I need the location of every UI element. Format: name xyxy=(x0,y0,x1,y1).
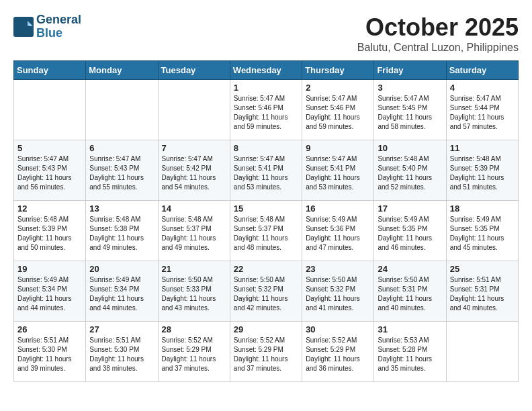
weekday-header-tuesday: Tuesday xyxy=(158,61,230,80)
calendar-cell: 16Sunrise: 5:49 AMSunset: 5:36 PMDayligh… xyxy=(302,201,374,261)
calendar-table: SundayMondayTuesdayWednesdayThursdayFrid… xyxy=(13,60,519,382)
day-info: Sunrise: 5:48 AMSunset: 5:37 PMDaylight:… xyxy=(162,215,226,253)
day-number: 13 xyxy=(89,203,154,214)
day-number: 27 xyxy=(89,324,154,334)
day-info: Sunrise: 5:49 AMSunset: 5:34 PMDaylight:… xyxy=(89,275,154,313)
day-number: 14 xyxy=(162,203,226,214)
calendar-cell: 5Sunrise: 5:47 AMSunset: 5:43 PMDaylight… xyxy=(14,140,86,201)
day-info: Sunrise: 5:49 AMSunset: 5:35 PMDaylight:… xyxy=(450,215,515,253)
weekday-header-thursday: Thursday xyxy=(302,61,374,80)
calendar-cell xyxy=(446,322,518,382)
calendar-cell xyxy=(14,80,86,140)
calendar-cell: 31Sunrise: 5:53 AMSunset: 5:28 PMDayligh… xyxy=(374,322,446,382)
calendar-cell: 18Sunrise: 5:49 AMSunset: 5:35 PMDayligh… xyxy=(446,201,518,261)
day-info: Sunrise: 5:47 AMSunset: 5:41 PMDaylight:… xyxy=(306,154,370,192)
week-row-3: 12Sunrise: 5:48 AMSunset: 5:39 PMDayligh… xyxy=(14,201,519,261)
day-info: Sunrise: 5:48 AMSunset: 5:37 PMDaylight:… xyxy=(234,215,298,253)
calendar-cell: 20Sunrise: 5:49 AMSunset: 5:34 PMDayligh… xyxy=(86,261,158,322)
day-number: 26 xyxy=(17,324,82,334)
day-info: Sunrise: 5:50 AMSunset: 5:32 PMDaylight:… xyxy=(234,275,298,313)
day-info: Sunrise: 5:47 AMSunset: 5:42 PMDaylight:… xyxy=(162,154,226,192)
day-number: 20 xyxy=(89,264,154,274)
day-number: 6 xyxy=(89,143,154,153)
day-number: 24 xyxy=(378,264,442,274)
day-number: 7 xyxy=(162,143,226,153)
month-title: October 2025 xyxy=(357,13,519,42)
day-info: Sunrise: 5:47 AMSunset: 5:41 PMDaylight:… xyxy=(234,154,298,192)
day-info: Sunrise: 5:52 AMSunset: 5:29 PMDaylight:… xyxy=(162,336,226,373)
day-info: Sunrise: 5:50 AMSunset: 5:31 PMDaylight:… xyxy=(378,275,442,313)
weekday-header-row: SundayMondayTuesdayWednesdayThursdayFrid… xyxy=(14,61,519,80)
calendar-cell: 3Sunrise: 5:47 AMSunset: 5:45 PMDaylight… xyxy=(374,80,446,140)
day-number: 23 xyxy=(306,264,370,274)
day-number: 3 xyxy=(378,83,442,93)
day-info: Sunrise: 5:49 AMSunset: 5:34 PMDaylight:… xyxy=(17,275,82,313)
calendar-cell: 6Sunrise: 5:47 AMSunset: 5:43 PMDaylight… xyxy=(86,140,158,201)
day-number: 15 xyxy=(234,203,298,214)
day-info: Sunrise: 5:50 AMSunset: 5:33 PMDaylight:… xyxy=(162,275,226,313)
day-info: Sunrise: 5:53 AMSunset: 5:28 PMDaylight:… xyxy=(378,336,442,373)
weekday-header-sunday: Sunday xyxy=(14,61,86,80)
day-number: 21 xyxy=(162,264,226,274)
header: General Blue October 2025 Balutu, Centra… xyxy=(13,13,519,54)
calendar-cell: 24Sunrise: 5:50 AMSunset: 5:31 PMDayligh… xyxy=(374,261,446,322)
day-number: 10 xyxy=(378,143,442,153)
calendar-cell xyxy=(158,80,230,140)
day-info: Sunrise: 5:48 AMSunset: 5:38 PMDaylight:… xyxy=(89,215,154,253)
calendar-cell: 22Sunrise: 5:50 AMSunset: 5:32 PMDayligh… xyxy=(230,261,302,322)
day-number: 4 xyxy=(450,83,515,93)
day-number: 29 xyxy=(234,324,298,334)
day-info: Sunrise: 5:47 AMSunset: 5:43 PMDaylight:… xyxy=(17,154,82,192)
calendar-cell: 8Sunrise: 5:47 AMSunset: 5:41 PMDaylight… xyxy=(230,140,302,201)
weekday-header-monday: Monday xyxy=(86,61,158,80)
day-info: Sunrise: 5:47 AMSunset: 5:45 PMDaylight:… xyxy=(378,94,442,132)
weekday-header-friday: Friday xyxy=(374,61,446,80)
calendar-cell: 14Sunrise: 5:48 AMSunset: 5:37 PMDayligh… xyxy=(158,201,230,261)
day-number: 30 xyxy=(306,324,370,334)
weekday-header-wednesday: Wednesday xyxy=(230,61,302,80)
calendar-cell: 12Sunrise: 5:48 AMSunset: 5:39 PMDayligh… xyxy=(14,201,86,261)
logo-line2: Blue xyxy=(36,26,62,40)
day-number: 28 xyxy=(162,324,226,334)
day-info: Sunrise: 5:48 AMSunset: 5:39 PMDaylight:… xyxy=(17,215,82,253)
day-number: 1 xyxy=(234,83,298,93)
day-number: 9 xyxy=(306,143,370,153)
logo-text: General Blue xyxy=(36,13,81,40)
calendar-cell: 10Sunrise: 5:48 AMSunset: 5:40 PMDayligh… xyxy=(374,140,446,201)
day-info: Sunrise: 5:47 AMSunset: 5:44 PMDaylight:… xyxy=(450,94,515,132)
location-title: Balutu, Central Luzon, Philippines xyxy=(357,42,519,54)
week-row-5: 26Sunrise: 5:51 AMSunset: 5:30 PMDayligh… xyxy=(14,322,519,382)
logo-line1: General xyxy=(36,13,81,26)
day-number: 8 xyxy=(234,143,298,153)
day-number: 18 xyxy=(450,203,515,214)
calendar-cell: 28Sunrise: 5:52 AMSunset: 5:29 PMDayligh… xyxy=(158,322,230,382)
day-number: 19 xyxy=(17,264,82,274)
day-number: 11 xyxy=(450,143,515,153)
calendar-cell: 19Sunrise: 5:49 AMSunset: 5:34 PMDayligh… xyxy=(14,261,86,322)
day-info: Sunrise: 5:49 AMSunset: 5:36 PMDaylight:… xyxy=(306,215,370,253)
day-info: Sunrise: 5:47 AMSunset: 5:46 PMDaylight:… xyxy=(306,94,370,132)
day-info: Sunrise: 5:48 AMSunset: 5:39 PMDaylight:… xyxy=(450,154,515,192)
day-number: 25 xyxy=(450,264,515,274)
day-info: Sunrise: 5:51 AMSunset: 5:31 PMDaylight:… xyxy=(450,275,515,313)
calendar-cell: 4Sunrise: 5:47 AMSunset: 5:44 PMDaylight… xyxy=(446,80,518,140)
calendar-cell: 11Sunrise: 5:48 AMSunset: 5:39 PMDayligh… xyxy=(446,140,518,201)
day-info: Sunrise: 5:48 AMSunset: 5:40 PMDaylight:… xyxy=(378,154,442,192)
calendar-cell: 15Sunrise: 5:48 AMSunset: 5:37 PMDayligh… xyxy=(230,201,302,261)
day-info: Sunrise: 5:52 AMSunset: 5:29 PMDaylight:… xyxy=(234,336,298,373)
day-info: Sunrise: 5:47 AMSunset: 5:46 PMDaylight:… xyxy=(234,94,298,132)
week-row-1: 1Sunrise: 5:47 AMSunset: 5:46 PMDaylight… xyxy=(14,80,519,140)
calendar-cell: 29Sunrise: 5:52 AMSunset: 5:29 PMDayligh… xyxy=(230,322,302,382)
calendar-cell xyxy=(86,80,158,140)
calendar-cell: 9Sunrise: 5:47 AMSunset: 5:41 PMDaylight… xyxy=(302,140,374,201)
calendar-cell: 7Sunrise: 5:47 AMSunset: 5:42 PMDaylight… xyxy=(158,140,230,201)
calendar-cell: 1Sunrise: 5:47 AMSunset: 5:46 PMDaylight… xyxy=(230,80,302,140)
week-row-4: 19Sunrise: 5:49 AMSunset: 5:34 PMDayligh… xyxy=(14,261,519,322)
day-number: 22 xyxy=(234,264,298,274)
calendar-cell: 17Sunrise: 5:49 AMSunset: 5:35 PMDayligh… xyxy=(374,201,446,261)
day-number: 2 xyxy=(306,83,370,93)
calendar-cell: 2Sunrise: 5:47 AMSunset: 5:46 PMDaylight… xyxy=(302,80,374,140)
day-number: 31 xyxy=(378,324,442,334)
calendar-cell: 26Sunrise: 5:51 AMSunset: 5:30 PMDayligh… xyxy=(14,322,86,382)
calendar-cell: 27Sunrise: 5:51 AMSunset: 5:30 PMDayligh… xyxy=(86,322,158,382)
